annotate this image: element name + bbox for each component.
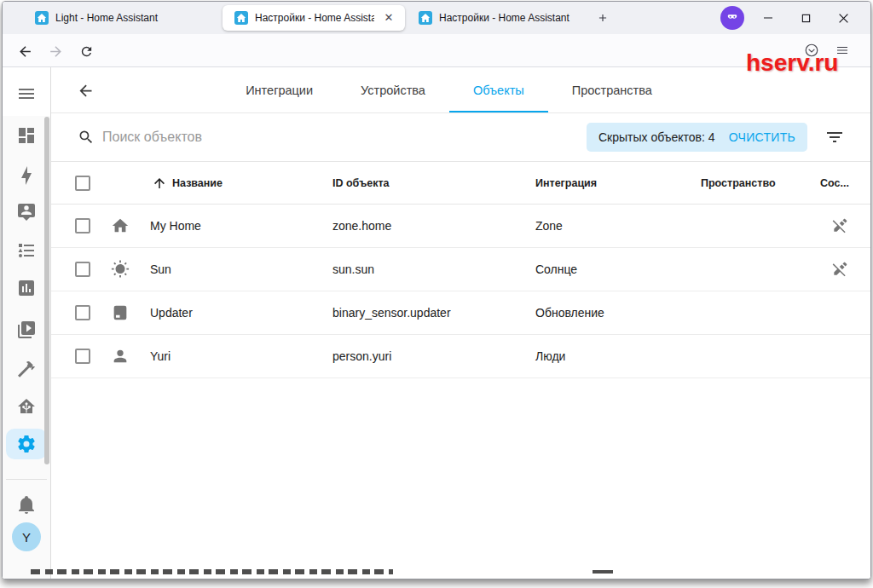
config-nav-tabs: ИнтеграцииУстройстваОбъектыПространства <box>222 67 676 112</box>
column-header-state[interactable]: Сос... <box>820 177 870 189</box>
tab-title: Настройки - Home Assistant <box>255 12 374 24</box>
entity-id: person.yuri <box>332 349 535 363</box>
row-checkbox[interactable] <box>75 305 90 320</box>
private-browsing-mask-icon[interactable] <box>720 6 744 30</box>
tab-title: Light - Home Assistant <box>55 12 209 24</box>
clear-hidden-button[interactable]: ОЧИСТИТЬ <box>729 130 795 144</box>
cropped-text-artifact <box>593 570 613 574</box>
entity-integration: Люди <box>535 349 701 363</box>
hidden-entities-chip: Скрытых объектов: 4 ОЧИСТИТЬ <box>587 123 807 152</box>
table-row[interactable]: Yuri person.yuri Люди <box>51 335 870 378</box>
row-checkbox[interactable] <box>75 262 90 277</box>
entity-integration: Zone <box>535 219 701 233</box>
search-icon <box>78 129 95 146</box>
home-assistant-app: Y ИнтеграцииУстройстваОбъектыПространств… <box>3 67 870 579</box>
close-window-button[interactable] <box>830 6 856 30</box>
entity-home-icon <box>111 216 130 235</box>
watermark: hserv.ru <box>746 49 838 77</box>
sidebar-item-chart-box-icon[interactable] <box>16 278 37 298</box>
entity-id: zone.home <box>332 219 535 233</box>
notifications-bell-icon[interactable] <box>16 494 37 515</box>
sidebar-item-cog-icon[interactable] <box>16 434 37 454</box>
column-header-entity-id[interactable]: ID объекта <box>332 177 535 189</box>
browser-tab-bar: Light - Home Assistant Настройки - Home … <box>3 2 870 34</box>
back-arrow-icon[interactable] <box>69 74 101 107</box>
pencil-off-icon[interactable] <box>831 261 848 278</box>
nav-tab-active[interactable]: Объекты <box>449 67 548 112</box>
entity-state <box>831 217 870 234</box>
new-tab-button[interactable] <box>591 7 615 29</box>
sidebar-divider <box>6 479 47 480</box>
sidebar-item-view-dashboard-icon[interactable] <box>16 125 37 146</box>
sidebar-item-tooltip-account-icon[interactable] <box>16 202 37 222</box>
entity-updater-icon <box>111 303 130 322</box>
entity-integration: Солнце <box>535 262 701 276</box>
sidebar-item-home-assistant-icon[interactable] <box>16 396 37 417</box>
browser-window: Light - Home Assistant Настройки - Home … <box>2 1 871 579</box>
entity-name: Updater <box>142 306 332 320</box>
entity-person-icon <box>111 347 130 366</box>
back-icon[interactable] <box>14 40 36 62</box>
sidebar-item-play-box-multiple-icon[interactable] <box>16 320 37 340</box>
entity-id: binary_sensor.updater <box>332 306 535 320</box>
entities-table-body: My Home zone.home Zone Sun sun.sun Солнц… <box>51 205 870 378</box>
nav-tab-inactive[interactable]: Устройства <box>337 67 449 112</box>
sort-arrow-icon <box>152 176 167 191</box>
maximize-button[interactable] <box>793 6 818 30</box>
pencil-off-icon[interactable] <box>831 217 848 234</box>
nav-tab-inactive[interactable]: Интеграции <box>222 67 337 112</box>
ha-main-panel: ИнтеграцииУстройстваОбъектыПространства … <box>51 67 870 579</box>
user-avatar[interactable]: Y <box>12 522 41 551</box>
ha-favicon <box>234 11 248 25</box>
reload-icon[interactable] <box>75 40 97 62</box>
row-checkbox[interactable] <box>75 349 90 364</box>
hidden-entities-label: Скрытых объектов: 4 <box>598 130 715 144</box>
entity-name: My Home <box>142 219 332 233</box>
table-row[interactable]: My Home zone.home Zone <box>51 205 870 248</box>
column-header-integration[interactable]: Интеграция <box>535 177 701 189</box>
tab-close-icon[interactable]: ✕ <box>381 10 396 26</box>
entity-integration: Обновление <box>535 306 701 320</box>
column-header-area[interactable]: Пространство <box>701 177 820 189</box>
sidebar-scroll-area: Y <box>3 116 50 579</box>
sidebar-item-lightning-bolt-icon[interactable] <box>16 165 37 186</box>
ha-favicon <box>419 11 432 25</box>
browser-tab[interactable]: Настройки - Home Assistant✕ <box>223 5 405 31</box>
entity-state <box>831 261 870 278</box>
sidebar-item-hammer-icon[interactable] <box>16 359 37 379</box>
table-header-row: Название ID объекта Интеграция Пространс… <box>51 161 870 205</box>
entities-toolbar: Скрытых объектов: 4 ОЧИСТИТЬ <box>51 113 870 161</box>
entity-id: sun.sun <box>332 262 535 276</box>
tab-title: Настройки - Home Assistant <box>439 12 581 24</box>
row-checkbox[interactable] <box>75 218 90 233</box>
entity-name: Yuri <box>142 349 332 363</box>
search-input[interactable] <box>101 124 564 150</box>
ha-sidebar: Y <box>3 67 51 579</box>
nav-tab-inactive[interactable]: Пространства <box>548 67 676 112</box>
browser-tab[interactable]: Настройки - Home Assistant <box>407 5 589 31</box>
filter-icon[interactable] <box>824 127 845 147</box>
sidebar-menu-icon[interactable] <box>16 84 37 104</box>
forward-icon[interactable] <box>44 40 66 62</box>
sidebar-item-list-bulleted-icon[interactable] <box>16 240 37 261</box>
entity-sun-icon <box>111 260 130 279</box>
select-all-checkbox[interactable] <box>75 176 90 191</box>
sidebar-scrollbar-thumb[interactable] <box>44 117 49 464</box>
browser-tab[interactable]: Light - Home Assistant <box>23 5 217 31</box>
column-header-name[interactable]: Название <box>142 176 332 191</box>
cropped-text-artifact <box>31 569 393 574</box>
ha-favicon <box>35 11 49 25</box>
table-row[interactable]: Updater binary_sensor.updater Обновление <box>51 291 870 335</box>
entity-name: Sun <box>142 262 332 276</box>
table-row[interactable]: Sun sun.sun Солнце <box>51 248 870 291</box>
browser-toolbar: ha-main.lan:8123/config/entities <box>3 34 870 67</box>
minimize-button[interactable] <box>755 6 781 30</box>
